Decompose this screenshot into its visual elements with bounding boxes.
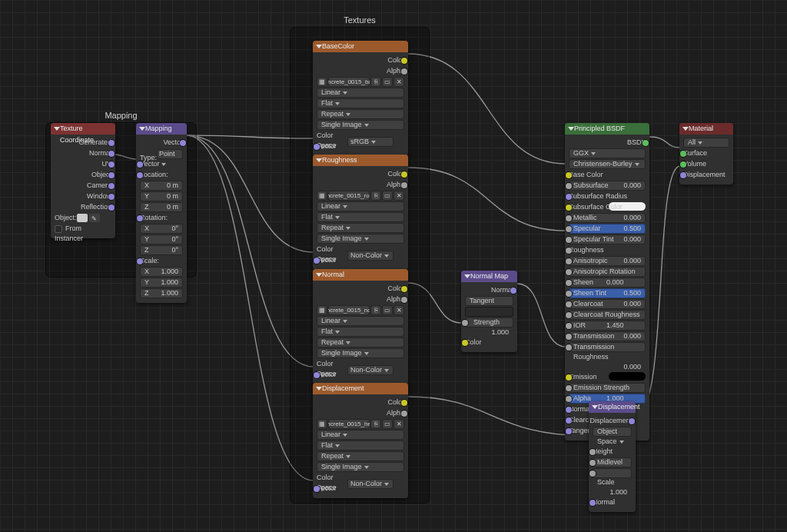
socket[interactable] xyxy=(629,418,635,424)
socket[interactable] xyxy=(108,183,115,189)
interpolation-dropdown[interactable]: Linear xyxy=(317,430,404,440)
socket[interactable] xyxy=(680,161,686,168)
rot-y[interactable]: Y0° xyxy=(140,234,183,244)
space-dropdown[interactable]: Tangent Space xyxy=(465,296,513,306)
users-icon[interactable]: ⎘ xyxy=(370,419,381,429)
unlink-icon[interactable]: ✕ xyxy=(394,305,404,315)
socket[interactable] xyxy=(462,320,468,326)
socket[interactable] xyxy=(566,204,572,211)
image-toolbar[interactable]: ▦concrete_0015_rou...⎘▭✕ xyxy=(317,191,404,201)
socket[interactable] xyxy=(566,396,572,402)
from-instancer-checkbox[interactable] xyxy=(55,225,62,233)
image-name[interactable]: concrete_0015_ba... xyxy=(328,77,370,87)
target-dropdown[interactable]: All xyxy=(683,138,729,148)
color-field[interactable] xyxy=(609,372,646,381)
socket[interactable] xyxy=(566,226,572,232)
node-header[interactable]: Texture Coordinate xyxy=(51,123,115,135)
socket[interactable] xyxy=(401,68,407,75)
socket[interactable] xyxy=(589,460,596,466)
socket[interactable] xyxy=(314,258,320,264)
bsdf-transmission[interactable]: Transmission0.000 xyxy=(569,331,646,341)
node-header[interactable]: Normal xyxy=(313,269,408,281)
socket[interactable] xyxy=(108,194,115,200)
socket[interactable] xyxy=(566,301,572,308)
socket[interactable] xyxy=(566,428,572,434)
socket[interactable] xyxy=(401,171,407,178)
extension-dropdown[interactable]: Repeat xyxy=(317,223,404,233)
rot-z[interactable]: Z0° xyxy=(140,245,183,255)
bsdf-emission-strength[interactable]: Emission Strength1.000 xyxy=(569,383,646,393)
scale-y[interactable]: Y1.000 xyxy=(140,278,183,288)
node-texture-coordinate[interactable]: Texture Coordinate Generated Normal UV O… xyxy=(51,123,115,238)
bsdf-subsurface[interactable]: Subsurface0.000 xyxy=(569,181,646,191)
source-dropdown[interactable]: Single Image xyxy=(317,234,404,244)
bsdf-specular-tint[interactable]: Specular Tint0.000 xyxy=(569,234,646,244)
socket[interactable] xyxy=(566,258,572,264)
socket[interactable] xyxy=(566,172,572,178)
image-toolbar[interactable]: ▦concrete_0015_hei...⎘▭✕ xyxy=(317,419,404,429)
socket[interactable] xyxy=(566,312,572,318)
socket[interactable] xyxy=(401,182,407,188)
node-header[interactable]: Normal Map xyxy=(461,271,517,282)
image-name[interactable]: concrete_0015_hei... xyxy=(328,419,370,429)
node-normal-map[interactable]: Normal Map Normal Tangent Space ▾ Streng… xyxy=(461,271,517,352)
socket[interactable] xyxy=(401,297,407,303)
unlink-icon[interactable]: ✕ xyxy=(394,191,404,201)
node-header[interactable]: Displacement xyxy=(313,383,408,394)
scale-z[interactable]: Z1.000 xyxy=(140,288,183,298)
strength-field[interactable]: Strength1.000 xyxy=(465,318,513,328)
socket[interactable] xyxy=(401,411,407,417)
loc-x[interactable]: X0 m xyxy=(140,181,183,191)
interpolation-dropdown[interactable]: Linear xyxy=(317,88,404,98)
node-header[interactable]: Roughness xyxy=(313,155,408,166)
bsdf-ior[interactable]: IOR1.450 xyxy=(569,321,646,331)
socket[interactable] xyxy=(589,500,596,506)
scale-x[interactable]: X1.000 xyxy=(140,267,183,277)
node-header[interactable]: BaseColor xyxy=(313,41,408,52)
image-toolbar[interactable]: ▦concrete_0015_ba...⎘▭✕ xyxy=(317,77,404,87)
extension-dropdown[interactable]: Repeat xyxy=(317,337,404,347)
bsdf-clearcoat-roughness[interactable]: Clearcoat Roughness0.030 xyxy=(569,310,646,320)
socket[interactable] xyxy=(108,161,115,168)
extension-dropdown[interactable]: Repeat xyxy=(317,451,404,461)
unlink-icon[interactable]: ✕ xyxy=(394,419,404,429)
socket[interactable] xyxy=(137,161,143,168)
bsdf-sheen[interactable]: Sheen0.000 xyxy=(569,278,646,288)
bsdf-clearcoat[interactable]: Clearcoat0.000 xyxy=(569,299,646,309)
users-icon[interactable]: ⎘ xyxy=(370,77,381,87)
socket[interactable] xyxy=(108,140,115,146)
extension-dropdown[interactable]: Repeat xyxy=(317,109,404,119)
uvmap-field[interactable]: ▾ xyxy=(465,307,513,317)
socket[interactable] xyxy=(401,58,407,64)
socket[interactable] xyxy=(680,172,686,178)
eyedropper-icon[interactable]: ✎ xyxy=(89,214,100,222)
source-dropdown[interactable]: Single Image xyxy=(317,462,404,472)
socket[interactable] xyxy=(137,215,143,221)
socket[interactable] xyxy=(566,323,572,329)
space-dropdown[interactable]: Object Space xyxy=(593,427,632,437)
distribution-dropdown[interactable]: GGX xyxy=(569,148,646,158)
socket[interactable] xyxy=(314,372,320,378)
node-displacement[interactable]: Displacement Displacement Object Space H… xyxy=(589,401,636,512)
node-principled-bsdf[interactable]: Principled BSDF BSDF GGX Christensen-Bur… xyxy=(565,123,649,441)
socket[interactable] xyxy=(401,286,407,292)
socket[interactable] xyxy=(566,248,572,254)
scale-field[interactable]: Scale1.000 xyxy=(593,468,632,478)
bsdf-anisotropic-rotation[interactable]: Anisotropic Rotation0.000 xyxy=(569,267,646,277)
socket[interactable] xyxy=(566,417,572,424)
bsdf-specular[interactable]: Specular0.500 xyxy=(569,224,646,234)
node-material-output[interactable]: Material Output All Surface Volume Displ… xyxy=(679,123,733,185)
loc-y[interactable]: Y0 m xyxy=(140,191,183,201)
socket[interactable] xyxy=(566,385,572,391)
projection-dropdown[interactable]: Flat xyxy=(317,98,404,108)
node-header[interactable]: Material Output xyxy=(679,123,733,135)
socket[interactable] xyxy=(314,144,320,150)
open-icon[interactable]: ▭ xyxy=(382,419,393,429)
node-tex-basecolor[interactable]: BaseColorColorAlpha▦concrete_0015_ba...⎘… xyxy=(313,41,408,156)
socket[interactable] xyxy=(566,269,572,275)
socket[interactable] xyxy=(108,172,115,178)
image-icon[interactable]: ▦ xyxy=(317,305,327,315)
socket[interactable] xyxy=(566,237,572,243)
socket[interactable] xyxy=(566,334,572,340)
socket[interactable] xyxy=(566,183,572,189)
